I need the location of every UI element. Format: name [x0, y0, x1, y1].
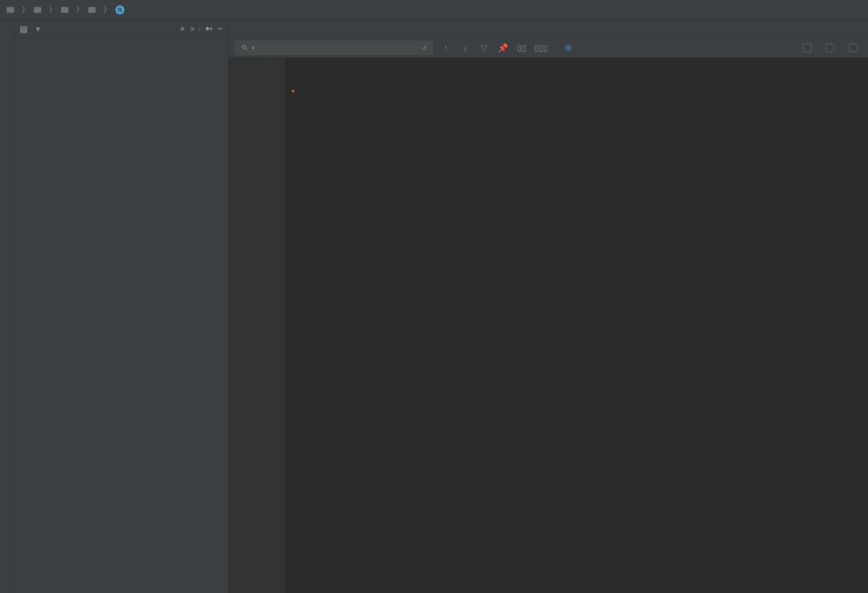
- code-area[interactable]: [228, 58, 868, 593]
- next-match-icon[interactable]: ↓: [459, 42, 471, 54]
- crumb-0[interactable]: [7, 7, 17, 13]
- clear-history-icon[interactable]: ↺: [422, 45, 427, 51]
- gutter-marks: [266, 58, 284, 593]
- tool-tab-structure[interactable]: [6, 87, 8, 92]
- match-case-checkbox[interactable]: [803, 44, 815, 52]
- filter-icon[interactable]: ▽: [478, 42, 490, 54]
- crumb-4[interactable]: G: [115, 5, 128, 14]
- crumb-1[interactable]: [34, 7, 45, 13]
- locate-icon[interactable]: ⊕: [180, 26, 185, 32]
- settings-icon[interactable]: ✱▾: [205, 26, 213, 32]
- project-tree[interactable]: [14, 38, 228, 593]
- project-sidebar: ▤ ▾ ⊕ ⇲ | ✱▾ ↦: [14, 20, 228, 593]
- regex-checkbox[interactable]: [826, 44, 838, 52]
- collapse-icon[interactable]: ⇲: [190, 26, 194, 32]
- multiselect-icon[interactable]: ▯▯: [516, 42, 528, 54]
- search-icon: [241, 44, 249, 52]
- pin-icon[interactable]: 📌: [497, 42, 509, 54]
- source-text[interactable]: [284, 58, 868, 593]
- editor-tabs: [228, 20, 868, 38]
- left-tool-strip: [0, 20, 14, 593]
- sidebar-title[interactable]: ▤ ▾: [20, 24, 40, 34]
- project-view-icon: ▤: [20, 24, 28, 34]
- crumb-2[interactable]: [61, 7, 72, 13]
- hide-icon[interactable]: ↦: [218, 26, 222, 32]
- crumb-3[interactable]: [88, 7, 99, 13]
- search-input[interactable]: ▾ ↺: [235, 41, 433, 55]
- select-all-icon[interactable]: ▯▯▯: [535, 42, 547, 54]
- line-numbers: [228, 58, 266, 593]
- find-settings-icon[interactable]: ⚙: [563, 42, 574, 54]
- words-checkbox[interactable]: [849, 44, 861, 52]
- tool-tab-project[interactable]: [6, 28, 8, 33]
- find-bar: ▾ ↺ ↑ ↓ ▽ 📌 ▯▯ ▯▯▯ | ⚙: [228, 38, 868, 58]
- breadcrumb: 〉 〉 〉 〉 G: [0, 0, 868, 20]
- prev-match-icon[interactable]: ↑: [440, 42, 452, 54]
